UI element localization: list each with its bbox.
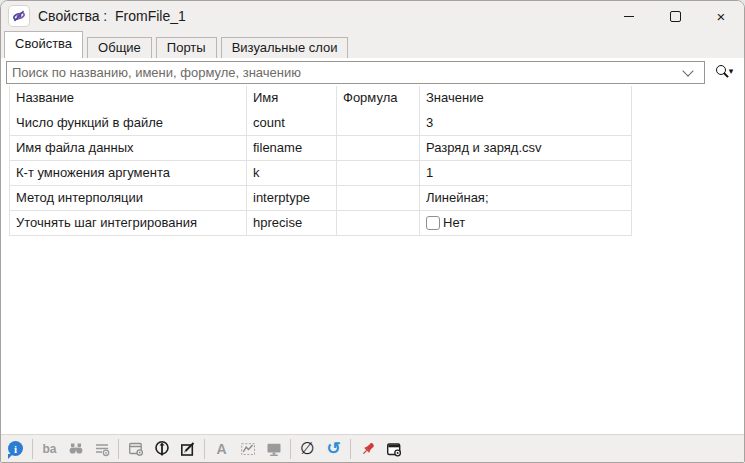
text-icon: A — [212, 439, 231, 458]
search-options-arrow-icon: ▾ — [729, 67, 734, 76]
row-k-name[interactable]: К-т умножения аргумента — [10, 161, 247, 186]
column-header-name: Название — [10, 86, 247, 111]
row-k-formula[interactable] — [337, 161, 420, 186]
card-settings-icon[interactable] — [384, 439, 403, 458]
row-count-id[interactable]: count — [247, 111, 337, 136]
pin-icon[interactable] — [358, 439, 377, 458]
row-k-value[interactable]: 1 — [420, 161, 632, 186]
toolbar-separator — [204, 439, 205, 459]
table-settings-icon — [126, 439, 145, 458]
chart-icon — [238, 439, 257, 458]
row-filename-value[interactable]: Разряд и заряд.csv — [420, 136, 632, 161]
search-icon — [715, 65, 728, 79]
tab-ports[interactable]: Порты — [156, 37, 217, 58]
row-hprecise-value: Нет — [420, 211, 632, 236]
sync-data-icon[interactable] — [152, 439, 171, 458]
minimize-icon — [624, 16, 634, 17]
toolbar-separator — [118, 439, 119, 459]
hprecise-checkbox[interactable] — [426, 216, 440, 230]
row-filename-name[interactable]: Имя файла данных — [10, 136, 247, 161]
hprecise-checkbox-label: Нет — [443, 211, 465, 235]
bottom-toolbar: i ba — [1, 434, 744, 462]
search-button[interactable]: ▾ — [708, 60, 740, 83]
row-hprecise-formula[interactable] — [337, 211, 420, 236]
null-icon[interactable]: ∅ — [298, 439, 317, 458]
tab-visual-layers[interactable]: Визуальные слои — [221, 37, 349, 58]
maximize-icon — [670, 11, 681, 22]
column-header-value: Значение — [420, 86, 632, 111]
edit-icon[interactable] — [178, 439, 197, 458]
row-filename-id[interactable]: filename — [247, 136, 337, 161]
properties-window: Свойства : FromFile_1 × Свойства Общие П… — [0, 0, 745, 463]
row-interptype-name[interactable]: Метод интерполяции — [10, 186, 247, 211]
row-filename-formula[interactable] — [337, 136, 420, 161]
content-area: ▾ Название Имя Формула Значение Число фу… — [1, 58, 744, 434]
row-hprecise-name[interactable]: Уточнять шаг интегрирования — [10, 211, 247, 236]
row-interptype-value[interactable]: Линейная; — [420, 186, 632, 211]
toolbar-separator — [32, 439, 33, 459]
tab-properties[interactable]: Свойства — [4, 31, 83, 58]
list-settings-icon — [92, 439, 111, 458]
column-header-id: Имя — [247, 86, 337, 111]
app-logo-icon — [9, 6, 29, 26]
info-icon[interactable]: i — [6, 439, 25, 458]
toolbar-separator — [290, 439, 291, 459]
close-button[interactable]: × — [698, 1, 744, 31]
monitor-icon — [264, 439, 283, 458]
column-header-formula: Формула — [337, 86, 420, 111]
row-interptype-id[interactable]: interptype — [247, 186, 337, 211]
row-hprecise-id[interactable]: hprecise — [247, 211, 337, 236]
row-count-formula[interactable] — [337, 111, 420, 136]
refresh-icon[interactable]: ↺ — [324, 439, 343, 458]
tab-bar: Свойства Общие Порты Визуальные слои — [1, 31, 744, 58]
window-controls: × — [606, 1, 744, 31]
find-icon — [66, 439, 85, 458]
row-interptype-formula[interactable] — [337, 186, 420, 211]
toolbar-separator — [350, 439, 351, 459]
maximize-button[interactable] — [652, 1, 698, 31]
close-icon: × — [717, 9, 726, 24]
tab-general[interactable]: Общие — [87, 37, 152, 58]
rename-icon: ba — [40, 439, 59, 458]
window-title: Свойства : FromFile_1 — [38, 8, 186, 24]
property-grid: Название Имя Формула Значение Число функ… — [9, 86, 632, 236]
row-count-name[interactable]: Число функций в файле — [10, 111, 247, 136]
row-k-id[interactable]: k — [247, 161, 337, 186]
titlebar: Свойства : FromFile_1 × — [1, 1, 744, 31]
row-count-value[interactable]: 3 — [420, 111, 632, 136]
minimize-button[interactable] — [606, 1, 652, 31]
search-input[interactable] — [6, 61, 705, 84]
